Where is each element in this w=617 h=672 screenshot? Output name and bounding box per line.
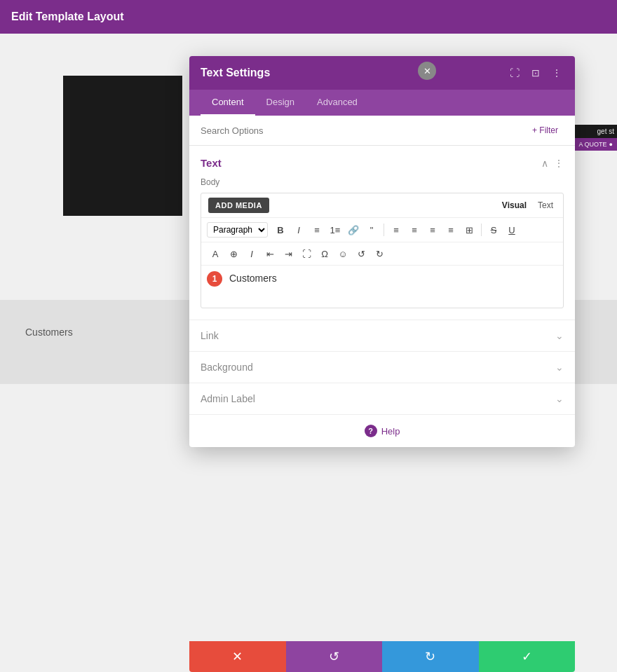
format-toolbar-row1: Paragraph B I ≡ 1≡ 🔗 " ≡ ≡ ≡ ≡ ⊞ S U [201,218,563,242]
modal-body: Text ∧ ⋮ Body ADD MEDIA Visual Text [189,146,575,320]
tab-design[interactable]: Design [255,90,306,116]
background-chevron-icon: ⌄ [555,362,564,373]
undo-icon: ↺ [329,649,339,664]
text-settings-modal: Text Settings ⛶ ⊡ ⋮ Content Design Advan… [189,56,575,447]
align-right-button[interactable]: ≡ [424,221,441,238]
underline-button[interactable]: U [503,221,520,238]
search-bar: + Filter [189,116,575,146]
emoji-button[interactable]: ☺ [334,245,351,262]
background-accordion[interactable]: Background ⌄ [189,351,575,383]
toolbar-divider [384,224,384,236]
modal-footer: ? Help [189,414,575,447]
canvas-customers-label: Customers [25,327,73,338]
italic-button[interactable]: I [290,221,307,238]
toolbar-divider-2 [481,224,482,236]
canvas-quote-text: get st [571,125,617,138]
modal-title: Text Settings [201,67,270,79]
fullscreen-icon[interactable]: ⛶ [508,66,522,80]
save-button[interactable]: ✓ [479,641,576,672]
text-section-title: Text [201,157,222,169]
toolbar-top-row: ADD MEDIA Visual Text [201,193,563,218]
modal-header: Text Settings ⛶ ⊡ ⋮ [189,56,575,90]
format-toolbar-row2: A ⊕ I ⇤ ⇥ ⛶ Ω ☺ ↺ ↻ [201,242,563,266]
link-label: Link [201,330,219,341]
body-label: Body [201,177,564,187]
strikethrough-button[interactable]: S [485,221,502,238]
action-bar: ✕ ↺ ↻ ✓ [189,641,575,672]
filter-button[interactable]: + Filter [527,123,564,138]
align-left-button[interactable]: ≡ [388,221,405,238]
editor-toolbar: ADD MEDIA Visual Text Paragraph B I [201,193,564,308]
admin-label-text: Admin Label [201,393,255,404]
step-badge: 1 [207,271,222,287]
tab-bar: Content Design Advanced [189,90,575,116]
redo-button[interactable]: ↻ [382,641,479,672]
help-label: Help [381,426,400,437]
editor-content[interactable]: Customers [229,273,556,284]
link-chevron-icon: ⌄ [555,330,564,341]
redo-icon: ↻ [425,649,435,664]
section-more-icon[interactable]: ⋮ [554,158,564,169]
clear-format-button[interactable]: I [243,245,260,262]
blockquote-button[interactable]: " [363,221,380,238]
collapse-icon[interactable]: ∧ [541,158,548,169]
save-icon: ✓ [522,649,532,664]
admin-label-accordion[interactable]: Admin Label ⌄ [189,383,575,414]
paragraph-select[interactable]: Paragraph [207,222,268,238]
ordered-list-button[interactable]: 1≡ [327,221,344,238]
justify-button[interactable]: ≡ [442,221,459,238]
indent-increase-button[interactable]: ⇥ [280,245,297,262]
add-media-button[interactable]: ADD MEDIA [208,198,269,213]
help-link[interactable]: ? Help [365,425,400,437]
close-icon: ✕ [423,66,431,76]
bold-button[interactable]: B [272,221,289,238]
text-color-button[interactable]: A [207,245,224,262]
paste-text-button[interactable]: ⊕ [225,245,242,262]
tab-content[interactable]: Content [201,90,255,116]
visual-tab-button[interactable]: Visual [499,199,529,212]
page-title: Edit Template Layout [11,11,124,23]
quote-btn-label: A QUOTE [579,141,607,148]
section-controls: ∧ ⋮ [541,158,564,169]
tab-advanced[interactable]: Advanced [306,90,369,116]
canvas-quote-btn: A QUOTE ● [571,138,617,151]
text-section-header: Text ∧ ⋮ [201,157,564,169]
cancel-icon: ✕ [232,649,243,664]
modal-close-canvas-btn[interactable]: ✕ [418,62,436,80]
table-button[interactable]: ⊞ [461,221,477,238]
link-accordion[interactable]: Link ⌄ [189,320,575,351]
canvas-dark-block [63,76,182,216]
text-tab-button[interactable]: Text [535,199,556,212]
visual-text-toggle: Visual Text [499,199,556,212]
indent-decrease-button[interactable]: ⇤ [262,245,278,262]
unordered-list-button[interactable]: ≡ [308,221,325,238]
background-label: Background [201,362,253,373]
modal-header-icons: ⛶ ⊡ ⋮ [508,66,564,80]
top-bar: Edit Template Layout [0,0,617,34]
undo-button[interactable]: ↺ [286,641,383,672]
cancel-button[interactable]: ✕ [189,641,286,672]
redo-editor-button[interactable]: ↻ [371,245,388,262]
help-icon: ? [365,425,377,437]
admin-chevron-icon: ⌄ [555,393,564,404]
quote-icon: ● [609,141,613,148]
more-options-icon[interactable]: ⋮ [550,66,564,80]
special-char-button[interactable]: Ω [316,245,333,262]
editor-area[interactable]: 1 Customers [201,266,563,308]
split-view-icon[interactable]: ⊡ [529,66,543,80]
undo-editor-button[interactable]: ↺ [353,245,369,262]
canvas-quote: get st A QUOTE ● [571,125,617,151]
search-input[interactable] [201,125,521,136]
link-button[interactable]: 🔗 [345,221,362,238]
fullscreen-editor-button[interactable]: ⛶ [298,245,315,262]
align-center-button[interactable]: ≡ [406,221,423,238]
